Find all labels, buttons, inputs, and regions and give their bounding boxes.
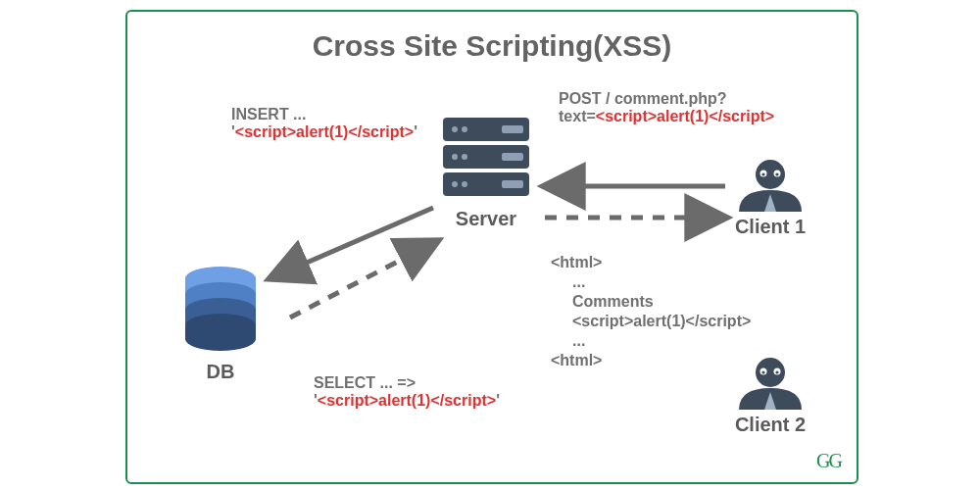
label-server-to-client2: <html> ... Comments <script>alert(1)</sc… [551,253,806,370]
label-server-to-db: INSERT ... '<script>alert(1)</script>' [231,106,486,141]
arrow-db-to-server [290,241,437,318]
diagram-frame: Cross Site Scripting(XSS) Server [125,10,858,484]
label-db-to-server: SELECT ... => '<script>alert(1)</script>… [314,374,588,410]
label-client1-to-server: POST / comment.php? text=<script>alert(1… [559,90,843,125]
watermark: GG [816,450,841,472]
arrows-layer [127,12,857,482]
arrow-server-to-db [270,208,433,278]
